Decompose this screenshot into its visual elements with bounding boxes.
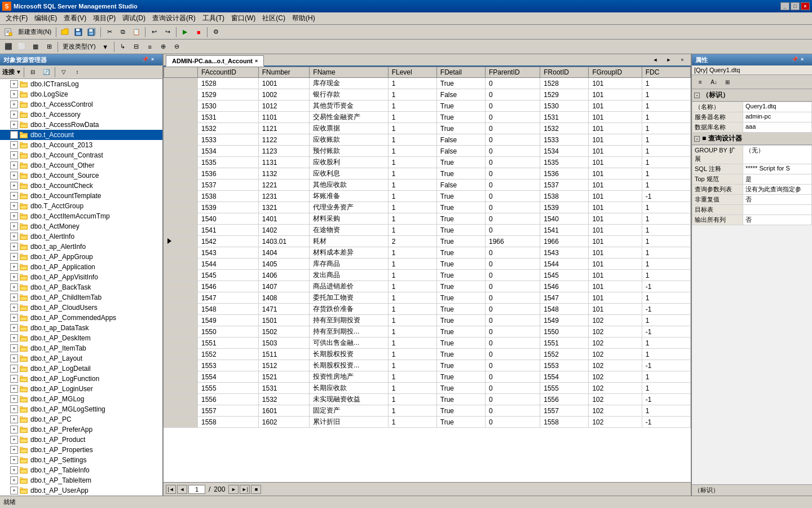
menu-help[interactable]: 帮助(H): [289, 12, 319, 24]
table-row[interactable]: 15451406发出商品1True015451011: [164, 270, 691, 281]
tree-expand-icon[interactable]: +: [10, 487, 18, 494]
tree-expand-icon[interactable]: +: [10, 141, 18, 149]
tree-item[interactable]: + dbo.t_ap_AlertInfo: [0, 242, 162, 252]
props-field-value[interactable]: admin-pc: [743, 112, 812, 122]
tree-expand-icon[interactable]: +: [10, 395, 18, 403]
tree-expand-icon[interactable]: +: [10, 324, 18, 332]
table-row[interactable]: 15571601固定资产1True015571021: [164, 405, 691, 417]
tree-expand-icon[interactable]: +: [10, 405, 18, 413]
exp-disconnect-btn[interactable]: ⊟: [27, 67, 39, 78]
tree-item[interactable]: + dbo.t_AP_Product: [0, 435, 162, 445]
tree-item[interactable]: + dbo.LogSize: [0, 89, 162, 99]
save-btn[interactable]: [72, 27, 85, 38]
stop-btn[interactable]: ■: [192, 27, 205, 38]
tree-expand-icon[interactable]: +: [10, 131, 18, 139]
menu-tools[interactable]: 工具(T): [199, 12, 228, 24]
menu-project[interactable]: 项目(P): [90, 12, 119, 24]
exp-refresh-btn[interactable]: 🔄: [40, 67, 52, 78]
tree-expand-icon[interactable]: +: [10, 222, 18, 230]
table-row[interactable]: 15481471存货跌价准备1True01548101-1: [164, 304, 691, 315]
exp-filter-btn[interactable]: ▽: [58, 67, 70, 78]
nav-stop-btn[interactable]: ■: [251, 485, 261, 494]
table-row[interactable]: 15291002银行存款1False015291011: [164, 89, 691, 100]
table-row[interactable]: 15381231坏账准备1True01538101-1: [164, 191, 691, 202]
tree-item[interactable]: + dbo.t_AP_PreferApp: [0, 424, 162, 435]
tree-item[interactable]: + dbo.t_AP_TableInfo: [0, 465, 162, 475]
props-field-value[interactable]: 否: [743, 195, 812, 205]
tb2-btn4[interactable]: ⊞: [43, 41, 55, 52]
tree-expand-icon[interactable]: +: [10, 100, 18, 108]
tree-expand-icon[interactable]: +: [10, 314, 18, 322]
tree-item[interactable]: + dbo.t_AP_AppVisitInfo: [0, 272, 162, 282]
new-query-btn[interactable]: [2, 27, 15, 38]
tree-expand-icon[interactable]: +: [10, 263, 18, 271]
tree-expand-icon[interactable]: +: [10, 426, 18, 433]
tree-expand-icon[interactable]: +: [10, 161, 18, 169]
tree-expand-icon[interactable]: +: [10, 273, 18, 281]
tree-item[interactable]: + dbo.t_AccountCheck: [0, 181, 162, 191]
props-field-value[interactable]: Query1.dtq: [743, 102, 812, 112]
paste-btn[interactable]: 📋: [130, 27, 143, 38]
table-row[interactable]: 15421403.01耗材2True196619661011: [164, 236, 691, 247]
save-all-btn[interactable]: [86, 27, 98, 38]
cut-btn[interactable]: ✂: [103, 27, 116, 38]
props-sort-cat-btn[interactable]: ≡: [694, 76, 707, 87]
table-row[interactable]: 15301012其他货币资金1True015301011: [164, 100, 691, 112]
props-query-designer-section[interactable]: - ■ 查询设计器: [692, 133, 812, 145]
table-row[interactable]: 15581602累计折旧1True01558102-1: [164, 417, 691, 428]
tree-item[interactable]: + dbo.t_AP_UserApp: [0, 485, 162, 496]
grid-col-header[interactable]: FAccountID: [198, 67, 259, 78]
tree-item[interactable]: + dbo.t_AP_AppGroup: [0, 252, 162, 262]
table-row[interactable]: 15461407商品进销差价1True01546101-1: [164, 281, 691, 292]
props-field-value[interactable]: ***** Script for S: [743, 164, 812, 174]
copy-btn[interactable]: ⧉: [117, 27, 129, 38]
tree-item[interactable]: + dbo.t_AcctItemAccumTmp: [0, 211, 162, 221]
tree-expand-icon[interactable]: +: [10, 466, 18, 474]
table-row[interactable]: 15511503可供出售金融...1True015511021: [164, 338, 691, 349]
tree-expand-icon[interactable]: +: [10, 436, 18, 444]
props-field-value[interactable]: 没有为此查询指定参: [743, 185, 812, 195]
grid-col-header[interactable]: FDetail: [436, 67, 485, 78]
tb2-btn3[interactable]: ▦: [29, 41, 42, 52]
tree-item[interactable]: + dbo.t_AP_LoginUser: [0, 384, 162, 394]
tree-expand-icon[interactable]: +: [10, 192, 18, 200]
table-row[interactable]: 15491501持有至到期投资1True015491021: [164, 315, 691, 326]
tb2-grid-btn[interactable]: ⊟: [130, 41, 143, 52]
table-row[interactable]: 15391321代理业务资产1True015391011: [164, 202, 691, 213]
table-row[interactable]: 15531512长期股权投资...1True01553102-1: [164, 360, 691, 371]
grid-col-header[interactable]: FRootID: [540, 67, 589, 78]
table-row[interactable]: 15411402在途物资1True015411011: [164, 225, 691, 236]
props-field-value[interactable]: （无）: [743, 146, 812, 164]
change-type-label[interactable]: 更改类型(Y): [60, 42, 98, 51]
tree-item[interactable]: + dbo.t_AP_PC: [0, 414, 162, 424]
grid-col-header[interactable]: FLevel: [388, 67, 436, 78]
tree-item[interactable]: + dbo.t_Account_Other: [0, 160, 162, 170]
table-row[interactable]: 15361132应收利息1True015361011: [164, 168, 691, 179]
tree-item[interactable]: + dbo.t_AP_MGLog: [0, 394, 162, 404]
tree-expand-icon[interactable]: +: [10, 172, 18, 179]
menu-query-designer[interactable]: 查询设计器(R): [149, 12, 199, 24]
tb2-btn1[interactable]: ⬛: [2, 41, 15, 52]
tree-expand-icon[interactable]: +: [10, 283, 18, 291]
open-btn[interactable]: [59, 27, 71, 38]
connect-dropdown[interactable]: ▼: [16, 69, 21, 75]
menu-view[interactable]: 查看(V): [60, 12, 90, 24]
maximize-btn[interactable]: □: [791, 2, 800, 10]
nav-next-btn[interactable]: ►: [228, 485, 239, 494]
tree-item[interactable]: + dbo.t_AP_CloudUsers: [0, 303, 162, 313]
tb2-arrow-btn[interactable]: ↳: [117, 41, 129, 52]
table-row[interactable]: 15341123预付账款1False015341011: [164, 146, 691, 157]
props-field-value[interactable]: aaa: [743, 122, 812, 133]
tree-item[interactable]: + dbo.t_AccessControl: [0, 99, 162, 110]
table-row[interactable]: 15551531长期应收款1True015551021: [164, 383, 691, 394]
tree-item[interactable]: + dbo.t_AlertInfo: [0, 231, 162, 242]
table-row[interactable]: 15351131应收股利1True015351011: [164, 157, 691, 168]
tb2-btn2[interactable]: ⬜: [16, 41, 28, 52]
tree-item[interactable]: + dbo.t_AP_Application: [0, 262, 162, 272]
table-row[interactable]: 15441405库存商品1True015441011: [164, 259, 691, 270]
run-btn[interactable]: ▶: [179, 27, 191, 38]
table-row[interactable]: 15311101交易性金融资产1True015311011: [164, 112, 691, 123]
tree-item[interactable]: + dbo.t_AP_MGLogSetting: [0, 404, 162, 414]
extra-btn[interactable]: ⚙: [210, 27, 222, 38]
table-row[interactable]: 15331122应收账款1False015331011: [164, 134, 691, 146]
